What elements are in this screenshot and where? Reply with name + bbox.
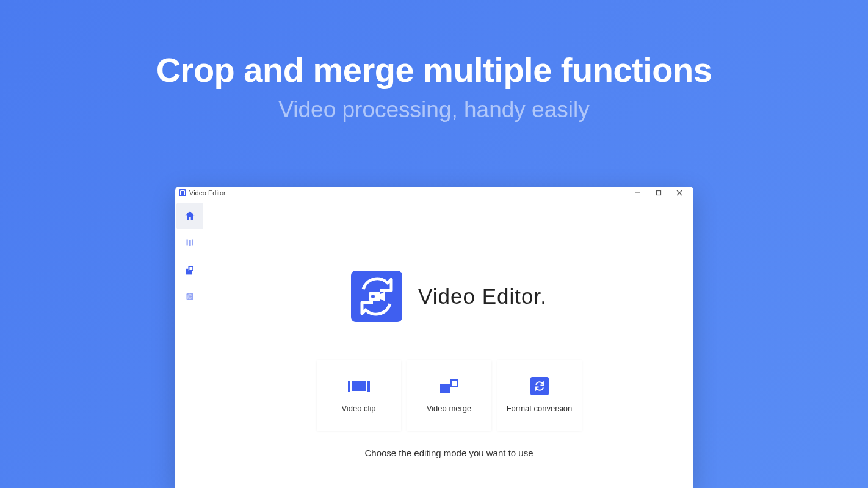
hero: Crop and merge multiple functions Video …: [0, 0, 868, 123]
merge-icon: [186, 266, 193, 273]
hero-title: Crop and merge multiple functions: [0, 50, 868, 90]
svg-point-5: [371, 295, 375, 298]
sidebar-item-convert[interactable]: [176, 283, 203, 310]
main-content: Video Editor. Video clip Video merge For…: [204, 199, 693, 488]
card-label: Video merge: [427, 404, 471, 413]
app-logo: Video Editor.: [351, 271, 547, 322]
close-button[interactable]: [669, 187, 690, 199]
titlebar: Video Editor.: [175, 187, 693, 199]
sidebar-item-merge[interactable]: [176, 256, 203, 283]
app-name: Video Editor.: [418, 284, 547, 309]
helper-text: Choose the editing mode you want to use: [364, 448, 533, 458]
card-label: Format conversion: [507, 404, 573, 413]
app-icon: [179, 189, 186, 196]
sidebar: [175, 199, 204, 488]
clip-icon: [187, 240, 193, 246]
merge-icon: [438, 378, 460, 394]
app-window: Video Editor.: [175, 187, 693, 488]
sidebar-item-home[interactable]: [176, 203, 203, 229]
logo-icon: [351, 271, 402, 322]
svg-rect-1: [657, 191, 661, 195]
sidebar-item-clip[interactable]: [176, 229, 203, 256]
card-format-conversion[interactable]: Format conversion: [497, 360, 582, 431]
card-video-clip[interactable]: Video clip: [317, 360, 401, 431]
card-video-merge[interactable]: Video merge: [407, 360, 491, 431]
maximize-button[interactable]: [648, 187, 669, 199]
convert-icon: [187, 293, 193, 300]
convert-icon: [529, 378, 551, 394]
home-icon: [184, 210, 196, 222]
card-label: Video clip: [341, 404, 375, 413]
mode-cards: Video clip Video merge Format conversion: [317, 360, 582, 431]
window-title: Video Editor.: [189, 189, 227, 196]
minimize-button[interactable]: [627, 187, 648, 199]
hero-subtitle: Video processing, handy easily: [0, 97, 868, 123]
clip-icon: [348, 378, 370, 394]
